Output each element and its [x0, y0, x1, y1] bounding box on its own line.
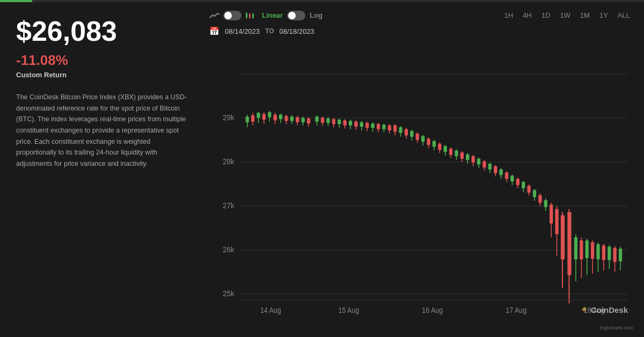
svg-rect-122 [516, 179, 519, 185]
svg-rect-58 [338, 120, 341, 124]
svg-rect-158 [619, 248, 622, 261]
svg-rect-104 [466, 155, 469, 160]
date-range: 📅 08/14/2023 TO 08/18/2023 [209, 26, 633, 36]
svg-text:26k: 26k [223, 245, 235, 254]
tf-1y[interactable]: 1Y [596, 10, 611, 21]
svg-rect-64 [354, 122, 357, 127]
svg-rect-118 [505, 173, 508, 179]
svg-rect-128 [533, 190, 536, 197]
svg-rect-96 [444, 146, 447, 152]
scale-toggle-group: Linear Log [262, 11, 323, 20]
svg-text:29k: 29k [223, 113, 235, 122]
svg-rect-38 [279, 115, 282, 119]
svg-rect-156 [613, 248, 617, 262]
chart-type-toggle[interactable] [223, 11, 241, 20]
return-label: Custom Return [16, 71, 188, 79]
svg-rect-148 [591, 243, 594, 259]
svg-rect-44 [296, 117, 299, 122]
svg-rect-114 [494, 166, 497, 173]
svg-rect-154 [608, 247, 611, 260]
date-to: 08/18/2023 [280, 27, 314, 35]
svg-rect-132 [544, 200, 547, 207]
tf-1d[interactable]: 1D [538, 10, 554, 21]
price-display: $26,083 [16, 16, 188, 47]
svg-rect-66 [360, 122, 363, 127]
scale-toggle[interactable] [287, 11, 305, 20]
chart-controls: Linear Log 1H 4H 1D 1W 1M 1Y ALL [209, 10, 633, 21]
coindesk-watermark: ✦ CoinDesk [580, 304, 628, 316]
tf-1m[interactable]: 1M [577, 10, 593, 21]
svg-rect-54 [326, 119, 330, 123]
candlestick-chart-icon[interactable] [245, 12, 254, 19]
coindesk-name: CoinDesk [591, 305, 628, 314]
linear-label: Linear [262, 11, 283, 19]
svg-rect-68 [365, 123, 369, 128]
svg-rect-82 [405, 129, 408, 136]
svg-rect-48 [307, 119, 310, 123]
svg-rect-136 [555, 209, 558, 235]
return-percentage: -11.08% [16, 52, 188, 69]
svg-rect-32 [262, 114, 266, 120]
svg-rect-80 [399, 127, 402, 133]
index-description: The CoinDesk Bitcoin Price Index (XBX) p… [16, 92, 188, 169]
svg-text:17 Aug: 17 Aug [506, 306, 526, 314]
svg-rect-86 [416, 134, 419, 140]
tf-1w[interactable]: 1W [557, 10, 574, 21]
svg-rect-84 [410, 131, 413, 137]
tf-all[interactable]: ALL [614, 10, 633, 21]
tf-1h[interactable]: 1H [501, 10, 517, 21]
coindesk-logo-icon: ✦ [580, 304, 588, 316]
svg-rect-152 [602, 245, 605, 260]
svg-rect-70 [371, 123, 374, 128]
tf-4h[interactable]: 4H [519, 10, 535, 21]
svg-rect-150 [596, 244, 599, 259]
svg-text:16 Aug: 16 Aug [422, 306, 443, 314]
svg-rect-62 [349, 121, 352, 125]
svg-rect-110 [482, 161, 486, 167]
svg-text:25k: 25k [223, 289, 235, 298]
svg-rect-0 [246, 13, 247, 18]
svg-rect-120 [510, 175, 514, 181]
svg-text:15 Aug: 15 Aug [338, 306, 359, 314]
svg-rect-42 [290, 116, 294, 121]
timeframe-buttons: 1H 4H 1D 1W 1M 1Y ALL [501, 10, 633, 21]
calendar-icon: 📅 [209, 26, 219, 36]
svg-rect-3 [249, 14, 251, 18]
svg-rect-88 [421, 136, 425, 142]
svg-rect-116 [500, 170, 503, 175]
svg-rect-60 [343, 120, 346, 125]
svg-rect-28 [251, 115, 254, 122]
svg-rect-108 [477, 159, 480, 165]
svg-rect-6 [252, 14, 254, 18]
svg-rect-92 [433, 141, 436, 147]
svg-rect-144 [580, 240, 583, 259]
svg-rect-130 [538, 195, 541, 203]
svg-rect-112 [488, 164, 492, 170]
svg-rect-94 [438, 144, 441, 150]
svg-rect-124 [522, 182, 525, 188]
svg-rect-74 [382, 124, 385, 129]
line-chart-icon[interactable] [209, 12, 220, 19]
svg-rect-50 [316, 116, 319, 121]
svg-rect-134 [550, 204, 553, 223]
svg-rect-106 [472, 156, 475, 163]
svg-rect-36 [274, 115, 277, 121]
svg-rect-40 [284, 116, 288, 121]
svg-text:27k: 27k [223, 201, 235, 210]
chart-type-icons [209, 11, 254, 20]
date-from: 08/14/2023 [225, 27, 260, 35]
date-to-label: TO [265, 27, 274, 35]
svg-rect-126 [528, 186, 531, 193]
svg-rect-140 [567, 212, 571, 275]
svg-rect-142 [574, 237, 577, 259]
svg-rect-78 [393, 126, 397, 132]
svg-text:28k: 28k [223, 157, 235, 166]
svg-rect-146 [586, 240, 589, 258]
svg-rect-52 [321, 118, 324, 123]
svg-text:14 Aug: 14 Aug [260, 306, 281, 314]
svg-rect-102 [460, 152, 464, 159]
svg-rect-72 [377, 124, 380, 129]
svg-rect-30 [257, 113, 260, 118]
svg-rect-98 [449, 149, 452, 155]
svg-rect-56 [332, 119, 335, 124]
